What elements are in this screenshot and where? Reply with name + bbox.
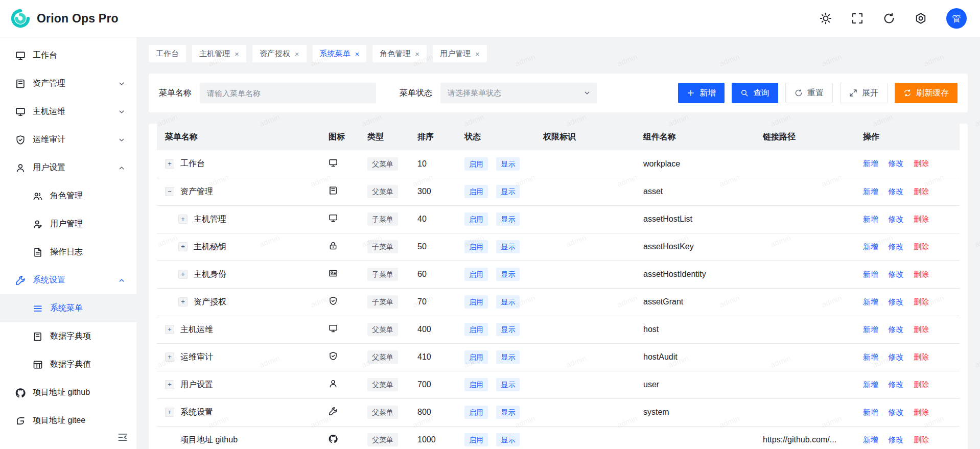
tab-item[interactable]: 工作台 [149,45,186,62]
row-expander[interactable]: + [178,270,188,279]
row-expander[interactable]: + [165,159,174,169]
tab-label: 角色管理 [380,49,410,59]
watermark-text: admin [973,233,980,249]
row-add-link[interactable]: 新增 [863,159,878,168]
row-edit-link[interactable]: 修改 [888,215,903,223]
row-add-link[interactable]: 新增 [863,270,878,278]
tab-item[interactable]: 主机管理× [192,45,246,62]
menu-name: 系统设置 [180,407,213,418]
row-delete-link[interactable]: 删除 [914,325,929,334]
tab-item[interactable]: 系统菜单× [313,45,367,62]
refresh-cache-button[interactable]: 刷新缓存 [895,83,958,103]
sidebar-item[interactable]: 角色管理 [0,182,136,210]
refresh-icon[interactable] [883,12,895,25]
sidebar-item[interactable]: 系统菜单 [0,294,136,322]
sidebar-item[interactable]: 数据字典值 [0,350,136,379]
tab-item[interactable]: 资产授权× [252,45,307,62]
row-delete-link[interactable]: 删除 [914,297,929,306]
reset-icon [795,89,803,97]
tab-item[interactable]: 角色管理× [372,45,427,62]
order-value: 300 [409,178,456,205]
row-add-link[interactable]: 新增 [863,408,878,416]
row-add-link[interactable]: 新增 [863,435,878,444]
row-delete-link[interactable]: 删除 [914,159,929,168]
row-edit-link[interactable]: 修改 [888,435,903,444]
sidebar-menu: 工作台资产管理主机运维运维审计用户设置角色管理用户管理操作日志系统设置系统菜单数… [0,41,136,435]
expand-icon [849,89,857,97]
row-add-link[interactable]: 新增 [863,380,878,389]
row-edit-link[interactable]: 修改 [888,325,903,334]
row-add-link[interactable]: 新增 [863,297,878,306]
row-edit-link[interactable]: 修改 [888,159,903,168]
row-delete-link[interactable]: 删除 [914,408,929,416]
row-expander[interactable]: + [165,408,174,417]
row-edit-link[interactable]: 修改 [888,408,903,416]
search-button[interactable]: 查询 [732,83,778,103]
sidebar-item[interactable]: 系统设置 [0,266,136,294]
sidebar-item[interactable]: 操作日志 [0,238,136,266]
status-badge: 启用 [464,406,488,419]
status-badge: 启用 [464,323,488,336]
menu-name: 工作台 [180,158,205,169]
row-add-link[interactable]: 新增 [863,215,878,223]
sidebar-item[interactable]: 工作台 [0,41,136,69]
sidebar-item[interactable]: 项目地址 gitee [0,407,136,435]
expand-button[interactable]: 展开 [840,83,888,103]
row-edit-link[interactable]: 修改 [888,380,903,389]
order-value: 1000 [409,426,456,449]
avatar[interactable]: 管 [946,8,967,29]
sidebar-item[interactable]: 资产管理 [0,69,136,98]
row-delete-link[interactable]: 删除 [914,380,929,389]
row-delete-link[interactable]: 删除 [914,215,929,223]
row-edit-link[interactable]: 修改 [888,270,903,278]
row-expander[interactable]: + [178,215,188,224]
book-icon [15,79,26,89]
sidebar-item[interactable]: 数据字典项 [0,322,136,350]
sidebar-item[interactable]: 项目地址 github [0,379,136,407]
fullscreen-icon[interactable] [851,12,864,25]
logo-area: Orion Ops Pro [10,8,119,29]
search-icon [740,89,749,97]
row-expander[interactable]: + [165,325,174,334]
sidebar-item[interactable]: 运维审计 [0,126,136,154]
row-expander[interactable]: + [165,352,174,362]
collapse-sidebar-icon[interactable] [117,432,128,443]
row-add-link[interactable]: 新增 [863,325,878,334]
add-button[interactable]: 新增 [678,83,725,103]
row-expander[interactable]: + [178,242,188,251]
close-icon[interactable]: × [475,50,480,58]
menu-status-select[interactable]: 请选择菜单状态 [440,83,597,103]
type-badge: 子菜单 [367,268,398,281]
theme-toggle-icon[interactable] [820,12,832,25]
row-expander[interactable]: − [165,187,174,196]
menu-name-input[interactable] [200,83,376,103]
tab-item[interactable]: 用户管理× [433,45,487,62]
row-delete-link[interactable]: 删除 [914,187,929,196]
row-expander[interactable]: + [165,380,174,389]
row-delete-link[interactable]: 删除 [914,435,929,444]
row-delete-link[interactable]: 删除 [914,352,929,361]
row-add-link[interactable]: 新增 [863,242,878,251]
close-icon[interactable]: × [355,50,360,58]
status-badge: 启用 [464,157,488,171]
sidebar-item[interactable]: 用户管理 [0,210,136,238]
row-delete-link[interactable]: 删除 [914,270,929,278]
sidebar-item[interactable]: 主机运维 [0,98,136,126]
row-add-link[interactable]: 新增 [863,187,878,196]
menu-name: 资产管理 [180,186,213,197]
row-edit-link[interactable]: 修改 [888,297,903,306]
sync-icon [903,89,912,97]
close-icon[interactable]: × [295,50,299,58]
row-add-link[interactable]: 新增 [863,352,878,361]
settings-gear-icon[interactable] [915,12,927,25]
row-expander[interactable]: + [178,297,188,306]
row-edit-link[interactable]: 修改 [888,187,903,196]
close-icon[interactable]: × [235,50,239,58]
component-value: assetGrant [635,288,755,316]
reset-button[interactable]: 重置 [785,83,833,103]
close-icon[interactable]: × [415,50,419,58]
sidebar-item[interactable]: 用户设置 [0,154,136,182]
row-edit-link[interactable]: 修改 [888,242,903,251]
row-edit-link[interactable]: 修改 [888,352,903,361]
row-delete-link[interactable]: 删除 [914,242,929,251]
